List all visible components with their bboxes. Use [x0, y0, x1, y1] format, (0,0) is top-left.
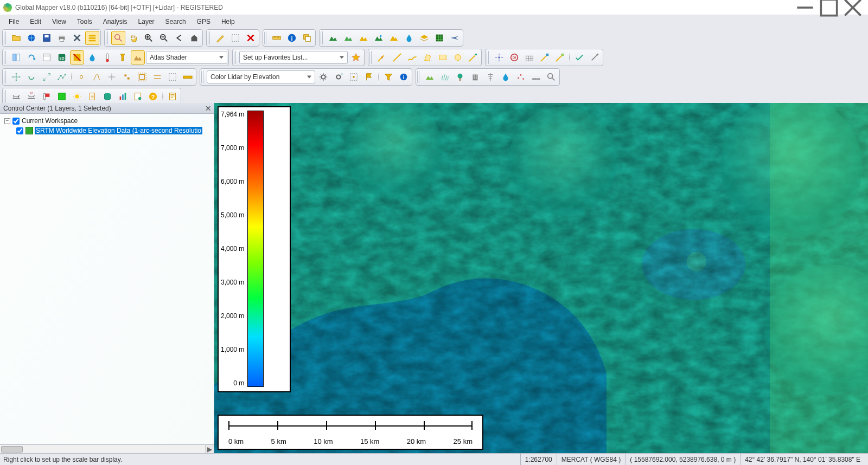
save-button[interactable] — [40, 31, 54, 45]
layer-toggle-icon[interactable] — [70, 50, 84, 64]
layer-tree[interactable]: − Current Workspace SRTM Worldwide Eleva… — [0, 114, 214, 444]
split-icon[interactable] — [105, 70, 119, 84]
draw-circle-icon[interactable] — [451, 50, 465, 64]
full-extent-button[interactable] — [187, 31, 201, 45]
terrain-peaks-icon[interactable] — [326, 31, 340, 45]
lidar-info-icon[interactable]: i — [397, 70, 411, 84]
move-tool-icon[interactable] — [9, 70, 23, 84]
view-3d-icon[interactable]: 3D — [55, 50, 69, 64]
water-level-icon[interactable] — [85, 50, 99, 64]
menu-file[interactable]: File — [3, 16, 24, 27]
lidar-gear-icon[interactable] — [316, 70, 330, 84]
terrain-edit-icon[interactable] — [356, 31, 371, 45]
panel-close-icon[interactable]: ✕ — [205, 104, 212, 113]
grid-edit-icon[interactable] — [522, 50, 537, 64]
offset-icon[interactable] — [150, 70, 164, 84]
root-visibility-checkbox[interactable] — [12, 118, 20, 125]
cogo-icon[interactable] — [492, 50, 506, 64]
doc-icon[interactable] — [85, 89, 99, 104]
print-button[interactable] — [55, 31, 69, 45]
select-rect-button[interactable] — [228, 31, 242, 45]
draw-line-icon[interactable] — [390, 50, 404, 64]
class-water-icon[interactable] — [499, 70, 513, 84]
watershed-icon[interactable] — [372, 31, 386, 45]
refresh-icon[interactable] — [24, 50, 39, 64]
class-road-icon[interactable] — [529, 70, 543, 84]
layer-visibility-checkbox[interactable] — [16, 127, 23, 134]
toolbar-handle-icon[interactable] — [4, 70, 7, 83]
toolbar-handle-icon[interactable] — [201, 70, 205, 83]
toolbar-handle-icon[interactable] — [487, 51, 490, 64]
draw-point-icon[interactable] — [375, 50, 389, 64]
target-icon[interactable] — [507, 50, 521, 64]
toolbar-handle-icon[interactable] — [417, 70, 420, 83]
sun-icon[interactable] — [70, 89, 84, 104]
menu-gps[interactable]: GPS — [192, 16, 216, 27]
toolbar-handle-icon[interactable] — [208, 31, 211, 44]
lidar-select-icon[interactable] — [347, 70, 361, 84]
map-view[interactable]: 7,964 m 7,000 m 6,000 m 5,000 m 4,000 m … — [214, 103, 868, 453]
clip-tool-icon[interactable] — [165, 70, 180, 84]
pick-tool-icon[interactable] — [588, 50, 602, 64]
class-powerline-icon[interactable] — [483, 70, 497, 84]
snap-icon[interactable] — [74, 70, 88, 84]
class-building-icon[interactable] — [468, 70, 482, 84]
bridge2-icon[interactable]: 10 — [24, 89, 39, 104]
ruler2-icon[interactable] — [181, 70, 195, 84]
toolbar-handle-icon[interactable] — [369, 51, 373, 64]
sidebar-h-scrollbar[interactable]: ▶ — [0, 444, 214, 453]
class-noise-icon[interactable] — [514, 70, 528, 84]
menu-help[interactable]: Help — [216, 16, 240, 27]
bridge1-icon[interactable] — [9, 89, 23, 104]
water-drop-icon[interactable] — [402, 31, 416, 45]
zoom-in-button[interactable] — [142, 31, 156, 45]
scale-bar[interactable]: 0 km 5 km 10 km 15 km 20 km 25 km — [218, 415, 483, 450]
grid-analysis-icon[interactable] — [432, 31, 446, 45]
feature-info-button[interactable]: i — [285, 31, 299, 45]
toolbar-handle-icon[interactable] — [4, 51, 7, 64]
toolbar-handle-icon[interactable] — [234, 51, 237, 64]
draw-text-icon[interactable] — [466, 50, 480, 64]
config-button[interactable] — [70, 31, 84, 45]
thermometer-icon[interactable] — [100, 50, 114, 64]
toolbar-handle-icon[interactable] — [4, 31, 7, 44]
favorites-combo[interactable]: Set up Favorites List... — [239, 51, 348, 64]
zoom-out-button[interactable] — [157, 31, 171, 45]
globe-button[interactable] — [24, 31, 39, 45]
elevation-legend[interactable]: 7,964 m 7,000 m 6,000 m 5,000 m 4,000 m … — [218, 106, 291, 392]
favorite-star-icon[interactable] — [349, 50, 363, 64]
shader-combo[interactable]: Atlas Shader — [146, 51, 227, 64]
class-ground-icon[interactable] — [423, 70, 437, 84]
measure-button[interactable] — [270, 31, 284, 45]
menu-view[interactable]: View — [47, 16, 72, 27]
tree-expander-icon[interactable]: − — [4, 118, 10, 124]
report-icon[interactable] — [131, 89, 145, 104]
merge-icon[interactable] — [120, 70, 134, 84]
control-center-button[interactable] — [85, 31, 99, 45]
db-icon[interactable] — [100, 89, 114, 104]
lidar-gearplus-icon[interactable] — [331, 70, 346, 84]
tree-root-row[interactable]: − Current Workspace — [4, 116, 214, 126]
toolbar-handle-icon[interactable] — [106, 31, 109, 44]
draw-freehand-icon[interactable] — [405, 50, 419, 64]
scrollbar-right-arrow-icon[interactable]: ▶ — [205, 445, 214, 454]
scale-tool-icon[interactable] — [40, 70, 54, 84]
rotate-tool-icon[interactable] — [24, 70, 39, 84]
check-tool-icon[interactable] — [572, 50, 586, 64]
toolbar-handle-icon[interactable] — [321, 31, 324, 44]
help-icon[interactable]: ? — [146, 89, 160, 104]
copy-view-button[interactable] — [300, 31, 314, 45]
catalog-icon[interactable] — [40, 50, 54, 64]
menu-analysis[interactable]: Analysis — [98, 16, 133, 27]
window-minimize-button[interactable] — [793, 0, 817, 15]
draw-area-icon[interactable] — [420, 50, 435, 64]
split-view-icon[interactable] — [9, 50, 23, 64]
open-button[interactable] — [9, 31, 23, 45]
menu-tools[interactable]: Tools — [72, 16, 98, 27]
digitizer-button[interactable] — [213, 31, 227, 45]
fly-through-icon[interactable] — [448, 31, 462, 45]
tree-layer-label[interactable]: SRTM Worldwide Elevation Data (1-arc-sec… — [35, 127, 202, 134]
script-icon[interactable] — [165, 89, 180, 104]
zoom-tool-button[interactable] — [111, 31, 125, 45]
toolbar-handle-icon[interactable] — [4, 90, 7, 103]
